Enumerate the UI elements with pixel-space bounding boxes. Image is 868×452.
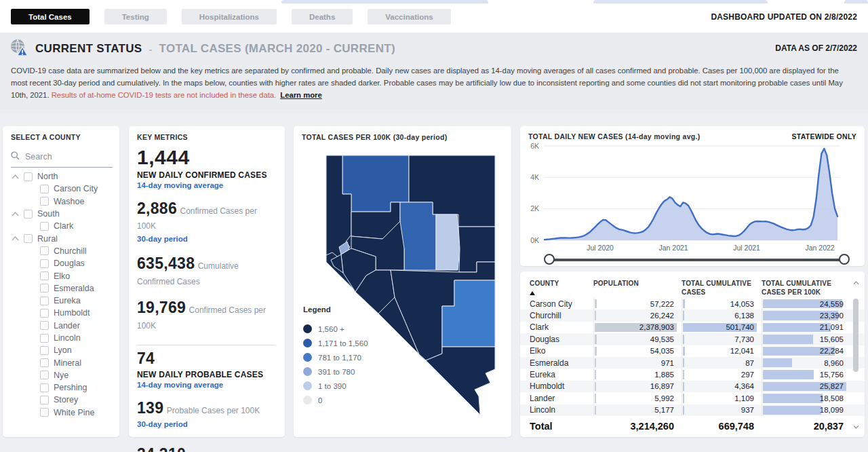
browser-tab-edge — [844, 0, 868, 3]
table-row-elko[interactable]: Elko54,03512,04122,284 — [520, 345, 865, 357]
checkbox[interactable] — [24, 210, 33, 219]
checkbox[interactable] — [40, 297, 49, 305]
table-cell-population: 54,035 — [593, 345, 676, 357]
county-search-input[interactable] — [25, 152, 93, 162]
county-item-esmeralda[interactable]: Esmeralda — [11, 282, 119, 295]
collapse-icon[interactable] — [11, 212, 19, 216]
checkbox[interactable] — [40, 408, 49, 417]
table-row-lincoln[interactable]: Lincoln5,17793718,099 — [520, 404, 865, 416]
column-header-cases-per-100k[interactable]: TOTAL CUMULATIVE CASES PER 100K — [762, 280, 846, 297]
checkbox[interactable] — [40, 284, 49, 293]
table-row-esmeralda[interactable]: Esmeralda971878,960 — [520, 357, 865, 369]
cell-value: 501,740 — [726, 323, 754, 331]
tab-vaccinations[interactable]: Vaccinations — [368, 9, 450, 24]
new-daily-confirmed-label: NEW DAILY CONFIRMED CASES — [137, 170, 275, 180]
checkbox[interactable] — [40, 271, 49, 280]
column-header-county[interactable]: COUNTY — [530, 280, 588, 297]
legend-label: 0 — [318, 396, 322, 404]
column-header-population[interactable]: POPULATION — [593, 280, 676, 297]
table-row-churchill[interactable]: Churchill26,2426,13823,390 — [520, 309, 865, 321]
map-county-clark[interactable] — [426, 347, 495, 415]
county-item-elko[interactable]: Elko — [11, 269, 119, 282]
checkbox[interactable] — [40, 346, 49, 355]
table-row-carson-city[interactable]: Carson City57,22214,05324,559 — [520, 298, 865, 309]
checkbox[interactable] — [40, 222, 49, 231]
checkbox[interactable] — [40, 259, 49, 268]
legend-label: 781 to 1,170 — [318, 354, 361, 362]
scroll-up-icon[interactable] — [852, 280, 860, 286]
scroll-down-icon[interactable] — [852, 423, 860, 430]
column-header-total-cases[interactable]: TOTAL CUMULATIVE CASES — [682, 280, 756, 297]
county-item-nye[interactable]: Nye — [11, 369, 119, 381]
county-item-storey[interactable]: Storey — [11, 394, 119, 406]
table-row-lander[interactable]: Lander5,9921,10918,508 — [520, 392, 865, 404]
tree-label: North — [37, 172, 58, 181]
table-row-humboldt[interactable]: Humboldt16,8974,36425,827 — [520, 381, 865, 392]
cumulative-confirmed-value: 635,438 — [137, 255, 195, 272]
table-total-row: Total3,214,260669,74820,837 — [520, 418, 865, 434]
tree-label: Humboldt — [54, 308, 90, 318]
date-range-slider[interactable] — [549, 254, 844, 265]
daily-new-cases-area-chart[interactable]: 0K2K4K6KJul 2020Jan 2021Jul 2021Jan 2022 — [520, 126, 865, 252]
county-item-lincoln[interactable]: Lincoln — [11, 332, 119, 344]
checkbox[interactable] — [40, 309, 49, 318]
slider-handle-end[interactable] — [839, 254, 850, 265]
table-cell-per100k: 15,605 — [762, 333, 846, 345]
tab-testing[interactable]: Testing — [104, 9, 167, 24]
county-item-clark[interactable]: Clark — [11, 220, 119, 232]
tree-label: Rural — [37, 234, 58, 244]
cell-value: 669,748 — [719, 421, 754, 432]
group-row-north[interactable]: North — [11, 170, 119, 183]
county-item-carson-city[interactable]: Carson City — [11, 183, 119, 195]
table-row-clark[interactable]: Clark2,378,903501,74021,091 — [520, 322, 865, 333]
table-cell-per100k: 18,099 — [762, 404, 846, 416]
county-item-churchill[interactable]: Churchill — [11, 245, 119, 257]
learn-more-link[interactable]: Learn more — [280, 91, 322, 99]
table-scrollbar[interactable] — [852, 280, 860, 430]
slider-handle-start[interactable] — [544, 254, 555, 265]
legend-item: 781 to 1,170 — [303, 350, 368, 364]
cell-value: 26,242 — [650, 312, 674, 320]
table-cell-cases: 501,740 — [682, 322, 756, 333]
legend-label: 1 to 390 — [318, 382, 347, 390]
data-bar — [595, 335, 597, 343]
table-cell-population: 16,897 — [593, 381, 676, 392]
checkbox[interactable] — [40, 371, 49, 379]
checkbox[interactable] — [40, 321, 49, 330]
county-item-pershing[interactable]: Pershing — [11, 381, 119, 394]
tab-hospitalizations[interactable]: Hospitalizations — [182, 9, 277, 24]
checkbox[interactable] — [40, 334, 49, 343]
county-item-lander[interactable]: Lander — [11, 320, 119, 332]
trend-chart-panel: TOTAL DAILY NEW CASES (14-day moving avg… — [520, 126, 865, 266]
table-row-douglas[interactable]: Douglas49,5357,73015,605 — [520, 333, 865, 345]
county-item-humboldt[interactable]: Humboldt — [11, 307, 119, 319]
county-item-mineral[interactable]: Mineral — [11, 356, 119, 369]
group-row-south[interactable]: South — [11, 208, 119, 220]
table-cell-cases: 12,041 — [682, 345, 756, 357]
table-row-eureka[interactable]: Eureka1,88529715,756 — [520, 369, 865, 380]
county-item-douglas[interactable]: Douglas — [11, 257, 119, 269]
table-cell-per100k: 15,756 — [762, 369, 846, 380]
y-axis-tick-label: 6K — [530, 142, 539, 150]
checkbox[interactable] — [40, 246, 49, 255]
county-item-eureka[interactable]: Eureka — [11, 295, 119, 307]
group-row-rural[interactable]: Rural — [11, 232, 119, 244]
tab-total-cases[interactable]: Total Cases — [11, 9, 90, 24]
map-county-eureka[interactable] — [436, 214, 460, 270]
collapse-icon[interactable] — [11, 174, 19, 179]
county-item-washoe[interactable]: Washoe — [11, 195, 119, 208]
checkbox[interactable] — [24, 234, 33, 243]
collapse-icon[interactable] — [11, 236, 19, 241]
slider-track[interactable] — [549, 259, 844, 261]
key-metrics-title: KEY METRICS — [137, 133, 275, 141]
checkbox[interactable] — [40, 197, 49, 206]
tab-deaths[interactable]: Deaths — [292, 9, 353, 24]
checkbox[interactable] — [40, 358, 49, 367]
checkbox[interactable] — [24, 172, 33, 181]
checkbox[interactable] — [40, 185, 49, 193]
scrollbar-thumb[interactable] — [853, 299, 859, 372]
county-item-white-pine[interactable]: White Pine — [11, 407, 119, 419]
checkbox[interactable] — [40, 383, 49, 392]
county-item-lyon[interactable]: Lyon — [11, 344, 119, 356]
checkbox[interactable] — [40, 396, 49, 404]
